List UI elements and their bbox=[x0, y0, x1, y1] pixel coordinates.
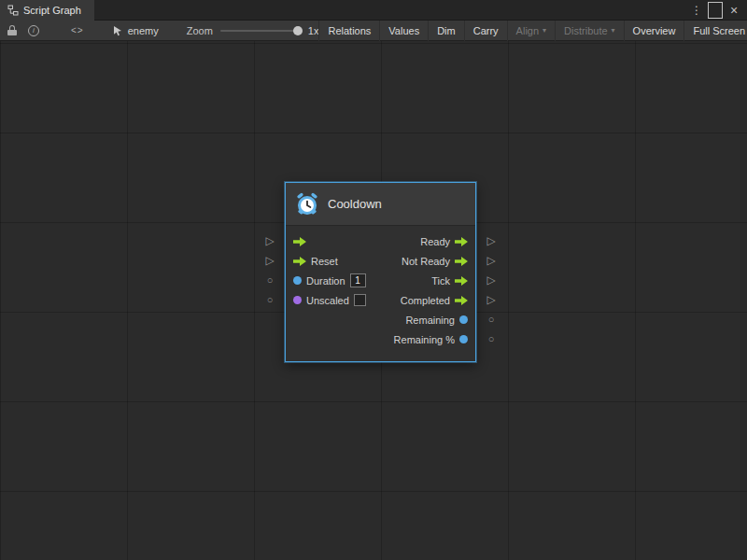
graph-breadcrumb[interactable]: enemy bbox=[108, 25, 162, 36]
script-graph-icon bbox=[7, 5, 19, 16]
relations-button[interactable]: Relations bbox=[318, 21, 379, 41]
code-button[interactable]: <> bbox=[65, 21, 90, 41]
flow-input-stub[interactable]: ▷ bbox=[262, 251, 277, 271]
graph-pointer-icon bbox=[112, 25, 123, 36]
graph-canvas[interactable]: Cooldown ▷ Ready ▷ ▷ bbox=[0, 41, 747, 560]
node-header[interactable]: Cooldown bbox=[286, 183, 475, 226]
zoom-control: Zoom 1x bbox=[187, 25, 319, 36]
toolbar-buttons: Relations Values Dim Carry Align▾ Distri… bbox=[318, 21, 747, 41]
value-port-icon[interactable] bbox=[459, 335, 468, 343]
info-button[interactable]: i bbox=[22, 21, 45, 41]
port-label-reset: Reset bbox=[311, 256, 338, 267]
duration-input[interactable] bbox=[350, 273, 366, 287]
port-row: ▷ Ready ▷ bbox=[286, 231, 475, 251]
zoom-value: 1x bbox=[308, 25, 319, 36]
value-port-icon[interactable] bbox=[293, 276, 302, 285]
flow-output-stub[interactable]: ▷ bbox=[484, 271, 499, 290]
node-title: Cooldown bbox=[328, 197, 382, 211]
values-button[interactable]: Values bbox=[379, 21, 428, 41]
info-icon: i bbox=[28, 25, 39, 36]
lock-button[interactable] bbox=[0, 21, 22, 41]
code-icon: <> bbox=[71, 25, 84, 35]
port-row: Remaining % ○ bbox=[286, 329, 475, 349]
alarm-clock-icon bbox=[295, 192, 319, 217]
value-output-stub[interactable]: ○ bbox=[484, 310, 499, 329]
flow-port-icon[interactable] bbox=[455, 257, 468, 266]
zoom-slider[interactable] bbox=[220, 30, 301, 32]
port-row: ○ Duration Tick ▷ bbox=[286, 271, 475, 290]
flow-port-icon[interactable] bbox=[455, 276, 468, 286]
node-body: ▷ Ready ▷ ▷ Reset bbox=[286, 226, 475, 349]
flow-port-icon[interactable] bbox=[293, 257, 306, 266]
flow-output-stub[interactable]: ▷ bbox=[484, 251, 499, 271]
align-button: Align▾ bbox=[507, 21, 555, 41]
graph-toolbar: i <> enemy Zoom 1x Relations Values Dim … bbox=[0, 21, 747, 41]
tab-script-graph[interactable]: Script Graph bbox=[0, 0, 94, 21]
port-label-tick: Tick bbox=[431, 275, 450, 287]
port-label-not-ready: Not Ready bbox=[402, 256, 450, 267]
distribute-button: Distribute▾ bbox=[555, 21, 623, 41]
titlebar: Script Graph ⋮ × bbox=[0, 0, 747, 21]
carry-button[interactable]: Carry bbox=[464, 21, 507, 41]
value-input-stub[interactable]: ○ bbox=[262, 290, 277, 310]
zoom-label: Zoom bbox=[187, 25, 213, 36]
port-label-duration: Duration bbox=[306, 275, 345, 287]
chevron-down-icon: ▾ bbox=[543, 26, 546, 35]
value-input-stub[interactable]: ○ bbox=[262, 271, 277, 290]
value-port-icon[interactable] bbox=[293, 296, 302, 304]
close-icon[interactable]: × bbox=[726, 2, 741, 19]
menu-kebab-icon[interactable]: ⋮ bbox=[689, 2, 704, 19]
chevron-down-icon: ▾ bbox=[612, 26, 615, 35]
flow-port-icon[interactable] bbox=[455, 237, 468, 246]
unscaled-checkbox[interactable] bbox=[354, 294, 366, 306]
window-controls: ⋮ × bbox=[689, 2, 747, 19]
zoom-slider-handle[interactable] bbox=[293, 26, 303, 35]
lock-icon bbox=[7, 25, 17, 35]
port-row: ▷ Reset Not Ready ▷ bbox=[286, 251, 475, 271]
graph-name-label: enemy bbox=[128, 25, 159, 36]
port-row: ○ Unscaled Completed ▷ bbox=[286, 290, 475, 310]
cooldown-node[interactable]: Cooldown ▷ Ready ▷ ▷ bbox=[285, 182, 476, 362]
flow-port-icon[interactable] bbox=[455, 296, 468, 305]
script-graph-window: Script Graph ⋮ × i <> enemy Zoom bbox=[0, 0, 747, 560]
port-label-unscaled: Unscaled bbox=[306, 295, 349, 306]
dim-button[interactable]: Dim bbox=[428, 21, 464, 41]
flow-port-icon[interactable] bbox=[293, 237, 306, 246]
port-label-completed: Completed bbox=[401, 295, 450, 306]
flow-input-stub[interactable]: ▷ bbox=[262, 231, 277, 251]
value-output-stub[interactable]: ○ bbox=[484, 329, 499, 349]
flow-output-stub[interactable]: ▷ bbox=[484, 290, 499, 310]
port-label-remaining: Remaining bbox=[405, 315, 455, 326]
port-row: Remaining ○ bbox=[286, 310, 475, 329]
port-label-remaining-percent: Remaining % bbox=[394, 334, 455, 345]
flow-output-stub[interactable]: ▷ bbox=[484, 231, 499, 251]
maximize-icon[interactable] bbox=[708, 2, 723, 19]
full-screen-button[interactable]: Full Screen bbox=[684, 21, 747, 41]
port-label-ready: Ready bbox=[420, 236, 450, 247]
value-port-icon[interactable] bbox=[459, 315, 468, 324]
overview-button[interactable]: Overview bbox=[624, 21, 684, 41]
tab-label: Script Graph bbox=[23, 5, 81, 16]
